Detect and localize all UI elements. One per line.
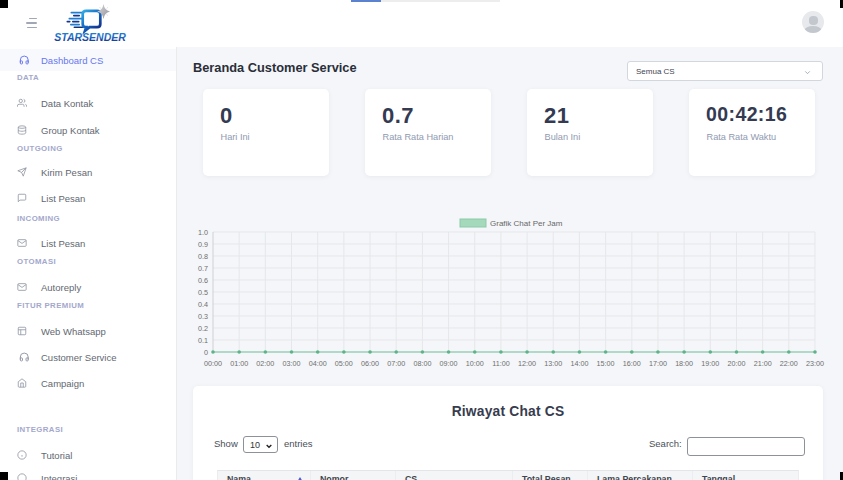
- svg-text:04:00: 04:00: [309, 359, 327, 368]
- svg-text:01:00: 01:00: [230, 359, 248, 368]
- svg-text:0.5: 0.5: [198, 288, 208, 297]
- svg-text:17:00: 17:00: [649, 359, 667, 368]
- svg-text:0.7: 0.7: [198, 264, 208, 273]
- svg-text:06:00: 06:00: [361, 359, 379, 368]
- svg-text:08:00: 08:00: [413, 359, 431, 368]
- svg-text:23:00: 23:00: [806, 359, 824, 368]
- svg-text:22:00: 22:00: [780, 359, 798, 368]
- svg-text:0.9: 0.9: [198, 240, 208, 249]
- svg-text:00:00: 00:00: [204, 359, 222, 368]
- svg-text:STARSENDER: STARSENDER: [54, 31, 126, 43]
- svg-text:1.0: 1.0: [198, 228, 208, 237]
- svg-text:03:00: 03:00: [283, 359, 301, 368]
- svg-text:20:00: 20:00: [727, 359, 745, 368]
- svg-text:11:00: 11:00: [492, 359, 509, 368]
- svg-text:19:00: 19:00: [701, 359, 719, 368]
- svg-text:21:00: 21:00: [754, 359, 772, 368]
- svg-text:15:00: 15:00: [597, 359, 615, 368]
- svg-text:10:00: 10:00: [466, 359, 484, 368]
- svg-text:13:00: 13:00: [544, 359, 562, 368]
- svg-text:0.6: 0.6: [198, 276, 208, 285]
- svg-text:07:00: 07:00: [387, 359, 405, 368]
- svg-text:0.3: 0.3: [198, 312, 208, 321]
- svg-text:0: 0: [204, 348, 208, 357]
- svg-text:12:00: 12:00: [518, 359, 536, 368]
- svg-text:18:00: 18:00: [675, 359, 693, 368]
- svg-text:14:00: 14:00: [570, 359, 588, 368]
- svg-text:02:00: 02:00: [256, 359, 274, 368]
- svg-text:0.1: 0.1: [198, 336, 208, 345]
- svg-text:Grafik Chat Per Jam: Grafik Chat Per Jam: [490, 219, 563, 228]
- svg-text:05:00: 05:00: [335, 359, 353, 368]
- svg-text:0.8: 0.8: [198, 252, 208, 261]
- svg-text:0.2: 0.2: [198, 324, 208, 333]
- svg-text:09:00: 09:00: [440, 359, 458, 368]
- svg-text:16:00: 16:00: [623, 359, 641, 368]
- svg-text:0.4: 0.4: [198, 300, 208, 309]
